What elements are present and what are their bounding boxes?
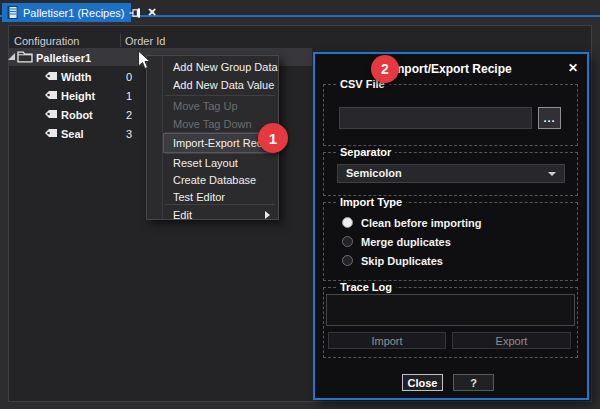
column-header-order-id[interactable]: Order Id (125, 35, 165, 47)
radio-clean-before-importing[interactable]: Clean before importing (342, 216, 481, 229)
tree-item-width[interactable]: Width (61, 71, 91, 83)
tag-icon (44, 90, 58, 102)
column-header-configuration[interactable]: Configuration (14, 35, 79, 47)
annotation-step-1-badge: 1 (258, 123, 288, 153)
radio-label: Clean before importing (361, 217, 481, 229)
separator-group: Separator Semicolon (323, 152, 578, 196)
tree-root-palletiser1[interactable]: Palletiser1 (36, 52, 91, 64)
tab-title: Palletiser1 (Recipes) (23, 7, 124, 19)
tag-icon (44, 128, 58, 140)
separator-selected-value: Semicolon (346, 167, 402, 179)
tag-icon (44, 109, 58, 121)
app-window: Palletiser1 (Recipes) ✕ Configuration Or… (0, 0, 600, 409)
document-tab-palletiser1-recipes[interactable]: Palletiser1 (Recipes) ✕ (2, 3, 131, 22)
order-id-height: 1 (126, 90, 132, 102)
help-button[interactable]: ? (453, 374, 494, 391)
dropdown-caret-icon (548, 172, 556, 176)
order-id-seal: 3 (126, 128, 132, 140)
close-button[interactable]: Close (402, 374, 443, 391)
tree-item-height[interactable]: Height (61, 90, 95, 102)
dialog-title: Import/Export Recipe (315, 62, 587, 76)
separator-group-label: Separator (336, 146, 395, 158)
trace-log-group-label: Trace Log (336, 281, 396, 293)
radio-label: Skip Duplicates (361, 255, 443, 267)
trace-log-output (326, 294, 575, 326)
radio-unselected-icon (342, 236, 353, 247)
export-button[interactable]: Export (452, 332, 571, 349)
radio-merge-duplicates[interactable]: Merge duplicates (342, 235, 451, 248)
pin-icon[interactable] (129, 7, 142, 19)
trace-log-group: Trace Log Import Export (323, 287, 578, 358)
import-export-recipe-dialog: Import/Export Recipe ✕ CSV File ... Sepa… (313, 52, 589, 400)
separator-dropdown[interactable]: Semicolon (337, 164, 565, 183)
tag-icon (44, 71, 58, 83)
menu-separator (165, 204, 275, 205)
import-type-group-label: Import Type (336, 196, 406, 208)
submenu-arrow-icon (265, 211, 270, 219)
tree-expander-icon[interactable] (8, 53, 15, 60)
import-type-group: Import Type Clean before importing Merge… (323, 202, 578, 281)
browse-button[interactable]: ... (538, 107, 561, 129)
menu-item-add-new-data-value[interactable]: Add New Data Value (147, 76, 278, 94)
menu-item-move-tag-up: Move Tag Up (147, 97, 278, 115)
menu-item-create-database[interactable]: Create Database (147, 171, 278, 189)
order-id-robot: 2 (126, 109, 132, 121)
recipe-document-icon (7, 6, 18, 19)
import-button[interactable]: Import (328, 332, 446, 349)
menu-item-edit[interactable]: Edit (147, 206, 278, 224)
menu-item-add-new-group-data[interactable]: Add New Group Data (147, 58, 278, 76)
menu-item-reset-layout[interactable]: Reset Layout (147, 154, 278, 172)
radio-unselected-icon (342, 255, 353, 266)
menu-separator (165, 95, 275, 96)
radio-label: Merge duplicates (361, 236, 451, 248)
tab-close-icon[interactable]: ✕ (147, 7, 156, 18)
csv-file-input[interactable] (339, 107, 532, 129)
radio-selected-icon (342, 217, 353, 228)
column-divider[interactable] (120, 34, 121, 47)
csv-file-group: CSV File ... (323, 84, 578, 146)
radio-skip-duplicates[interactable]: Skip Duplicates (342, 254, 443, 267)
annotation-step-2-badge: 2 (371, 55, 399, 83)
menu-item-move-tag-down: Move Tag Down (147, 115, 278, 133)
tree-item-seal[interactable]: Seal (61, 128, 84, 140)
tree-item-robot[interactable]: Robot (61, 109, 93, 121)
order-id-width: 0 (126, 71, 132, 83)
dialog-close-icon[interactable]: ✕ (568, 61, 578, 75)
folder-icon (17, 50, 33, 65)
